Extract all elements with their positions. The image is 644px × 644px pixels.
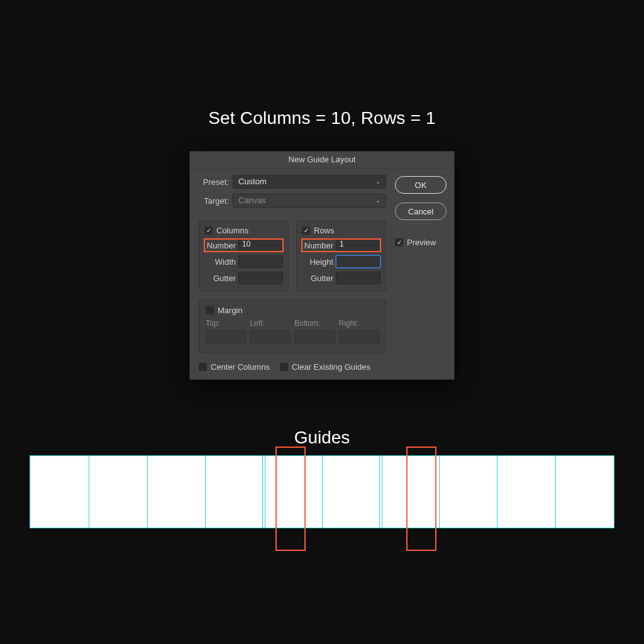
guides-heading: Guides [0,428,644,448]
preset-select[interactable]: Custom ⌄ [233,175,386,189]
guide-line [497,456,497,528]
dialog-title: New Guide Layout [190,152,454,169]
guide-line [379,456,380,528]
margin-top-input[interactable] [206,330,247,344]
rows-gutter-input[interactable] [336,272,380,284]
guide-line [205,456,206,528]
rows-number-label: Number [302,241,333,250]
preset-label: Preset: [199,177,229,187]
margin-left-label: Left: [250,319,291,328]
clear-guides-label: Clear Existing Guides [292,362,370,372]
margin-left-input[interactable] [250,330,291,344]
columns-number-row: Number 10 [204,239,283,252]
columns-width-label: Width [204,257,236,267]
new-guide-layout-dialog: New Guide Layout Preset: Custom ⌄ Target… [189,151,455,380]
rows-section-label: Rows [314,226,335,235]
guide-line [262,456,263,528]
rows-height-input[interactable] [336,255,380,268]
margin-checkbox[interactable] [206,306,214,314]
rows-gutter-label: Gutter [302,274,333,283]
columns-section-label: Columns [216,226,248,235]
chevron-down-icon: ⌄ [375,194,380,207]
rows-checkbox[interactable]: ✓ [302,226,310,235]
margin-bottom-label: Bottom: [294,319,335,328]
rows-number-row: Number 1 [302,239,380,252]
columns-width-input[interactable] [238,255,283,268]
margin-top-label: Top: [206,319,247,328]
rows-number-input[interactable]: 1 [336,239,380,252]
guide-line [382,456,382,528]
guide-line [89,456,89,528]
guides-canvas [30,456,614,528]
columns-gutter-input[interactable] [238,272,283,284]
guide-line [439,456,440,528]
target-select: Canvas ⌄ [233,194,386,208]
columns-gutter-label: Gutter [204,274,236,283]
columns-number-label: Number [204,241,236,250]
callout-box [406,447,436,551]
chevron-down-icon: ⌄ [375,175,380,188]
instruction-text: Set Columns = 10, Rows = 1 [0,108,644,128]
target-label: Target: [199,196,229,206]
margin-right-input[interactable] [339,330,380,344]
margin-section-label: Margin [218,306,243,315]
margin-right-label: Right: [339,319,380,328]
target-value: Canvas [238,194,266,207]
rows-panel: ✓ Rows Number 1 Height Gutter [296,220,386,291]
guide-line [322,456,323,528]
preview-label: Preview [407,238,436,247]
center-columns-checkbox[interactable] [199,363,207,371]
preview-checkbox[interactable]: ✓ [395,238,403,247]
preset-value: Custom [238,175,267,188]
guide-line [147,456,148,528]
columns-number-input[interactable]: 10 [238,239,283,252]
margin-bottom-input[interactable] [294,330,335,344]
clear-guides-checkbox[interactable] [280,363,288,371]
cancel-button[interactable]: Cancel [395,203,447,220]
columns-checkbox[interactable]: ✓ [204,226,213,235]
columns-panel: ✓ Columns Number 10 Width Gutter [199,220,289,291]
callout-box [275,447,306,551]
guide-line [265,456,265,528]
center-columns-label: Center Columns [211,362,270,372]
rows-height-label: Height [302,257,333,267]
ok-button[interactable]: OK [395,176,447,194]
guide-line [555,456,556,528]
margin-panel: Margin Top: Left: Bottom: [199,299,386,353]
